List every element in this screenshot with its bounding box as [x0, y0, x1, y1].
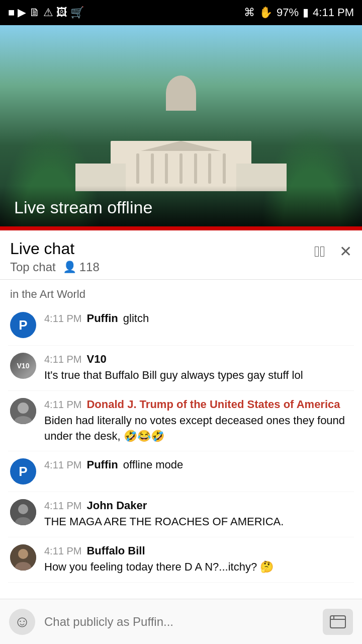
- message-text: Biden had literally no votes except dece…: [44, 413, 352, 444]
- avatar: P: [10, 458, 36, 485]
- message-author: Donald J. Trump of the United States of …: [86, 398, 340, 411]
- message-author: John Daker: [86, 499, 147, 512]
- svg-point-4: [18, 504, 28, 514]
- message-author: Puffin: [86, 458, 118, 471]
- message-time: 4:11 PM: [44, 500, 81, 512]
- chat-header-info: Live chat Top chat 👤 118: [10, 239, 100, 274]
- avatar: [10, 398, 36, 424]
- message-author: V10: [86, 353, 106, 366]
- message-text: It's true that Buffalo Bill guy always t…: [44, 368, 352, 383]
- message-content: 4:11 PM Puffin offline mode: [44, 458, 352, 471]
- message-text-inline: glitch: [123, 312, 149, 325]
- message-text: How you feeling today there D A N?...itc…: [44, 559, 352, 575]
- wifi-icon: ⌘: [244, 6, 255, 19]
- app-icon-bag: 🛒: [70, 6, 84, 19]
- message-time: 4:11 PM: [44, 545, 81, 557]
- filter-icon[interactable]: ☰⃣: [314, 243, 325, 260]
- app-icon-file: 🗎: [29, 6, 40, 19]
- svg-rect-9: [330, 616, 345, 628]
- partial-message: in the Art World: [8, 280, 354, 305]
- app-icon-yt: ▶: [18, 6, 26, 19]
- chat-header-actions[interactable]: ☰⃣ ✕: [314, 239, 352, 260]
- live-chat-header: Live chat Top chat 👤 118 ☰⃣ ✕: [0, 230, 362, 280]
- send-button[interactable]: [323, 609, 353, 635]
- chat-input[interactable]: [44, 615, 314, 629]
- message-content: 4:11 PM Puffin glitch: [44, 312, 352, 325]
- person-icon: 👤: [63, 261, 76, 274]
- youtube-red-bar: [0, 226, 362, 230]
- message-author: Buffalo Bill: [86, 544, 145, 557]
- message-meta: 4:11 PM Puffin glitch: [44, 312, 352, 325]
- message-time: 4:11 PM: [44, 313, 81, 325]
- chat-message: P 4:11 PM Puffin offline mode: [8, 451, 354, 492]
- viewer-count: 👤 118: [63, 260, 100, 274]
- white-house-building: [75, 111, 287, 191]
- top-chat-label: Top chat: [10, 260, 56, 274]
- message-meta: 4:11 PM Donald J. Trump of the United St…: [44, 398, 352, 411]
- stream-status-text: Live stream offline: [14, 198, 348, 217]
- message-content: 4:11 PM Buffalo Bill How you feeling tod…: [44, 544, 352, 575]
- stream-overlay: Live stream offline: [0, 186, 362, 226]
- chat-message: 4:11 PM Donald J. Trump of the United St…: [8, 391, 354, 452]
- chat-message: 4:11 PM John Daker THE MAGA ARE THE ROAC…: [8, 492, 354, 537]
- message-content: 4:11 PM V10 It's true that Buffalo Bill …: [44, 353, 352, 383]
- app-icon-warning: ⚠: [43, 6, 53, 19]
- avatar: V10: [10, 353, 36, 379]
- message-text: THE MAGA ARE THE ROACHES OF AMERICA.: [44, 514, 352, 530]
- close-icon[interactable]: ✕: [339, 243, 352, 260]
- chat-message: P 4:11 PM Puffin glitch: [8, 305, 354, 346]
- time-display: 4:11 PM: [313, 6, 354, 19]
- message-meta: 4:11 PM Puffin offline mode: [44, 458, 352, 471]
- message-content: 4:11 PM Donald J. Trump of the United St…: [44, 398, 352, 444]
- message-meta: 4:11 PM Buffalo Bill: [44, 544, 352, 557]
- message-content: 4:11 PM John Daker THE MAGA ARE THE ROAC…: [44, 499, 352, 530]
- chat-message: 4:11 PM Buffalo Bill How you feeling tod…: [8, 537, 354, 583]
- chat-input-bar: ☺: [0, 599, 362, 644]
- message-meta: 4:11 PM V10: [44, 353, 352, 366]
- avatar: [10, 499, 36, 525]
- chat-messages-list: in the Art World P 4:11 PM Puffin glitch…: [0, 280, 362, 633]
- emoji-button[interactable]: ☺: [9, 609, 35, 635]
- message-time: 4:11 PM: [44, 399, 81, 411]
- avatar: [10, 544, 36, 571]
- status-right-icons: ⌘ ✋ 97% ▮ 4:11 PM: [244, 6, 354, 19]
- svg-point-7: [18, 549, 28, 559]
- status-icons: ■ ▶ 🗎 ⚠ 🖼 🛒: [8, 6, 84, 19]
- avatar: P: [10, 312, 36, 338]
- battery-level: 97%: [277, 6, 299, 19]
- live-chat-title: Live chat: [10, 239, 100, 258]
- svg-point-1: [18, 403, 29, 414]
- chat-message: V10 4:11 PM V10 It's true that Buffalo B…: [8, 346, 354, 391]
- message-time: 4:11 PM: [44, 459, 81, 471]
- status-bar: ■ ▶ 🗎 ⚠ 🖼 🛒 ⌘ ✋ 97% ▮ 4:11 PM: [0, 0, 362, 25]
- viewer-number: 118: [79, 260, 100, 274]
- message-meta: 4:11 PM John Daker: [44, 499, 352, 512]
- chat-subrow: Top chat 👤 118: [10, 260, 100, 274]
- battery-icon: ▮: [303, 6, 309, 19]
- app-icon-img: 🖼: [56, 6, 67, 19]
- video-player[interactable]: Live stream offline: [0, 25, 362, 226]
- message-text-inline: offline mode: [123, 458, 183, 471]
- message-author: Puffin: [86, 312, 118, 325]
- message-time: 4:11 PM: [44, 354, 81, 365]
- signal-bars: ✋: [259, 6, 273, 19]
- app-icon-m: ■: [8, 6, 15, 19]
